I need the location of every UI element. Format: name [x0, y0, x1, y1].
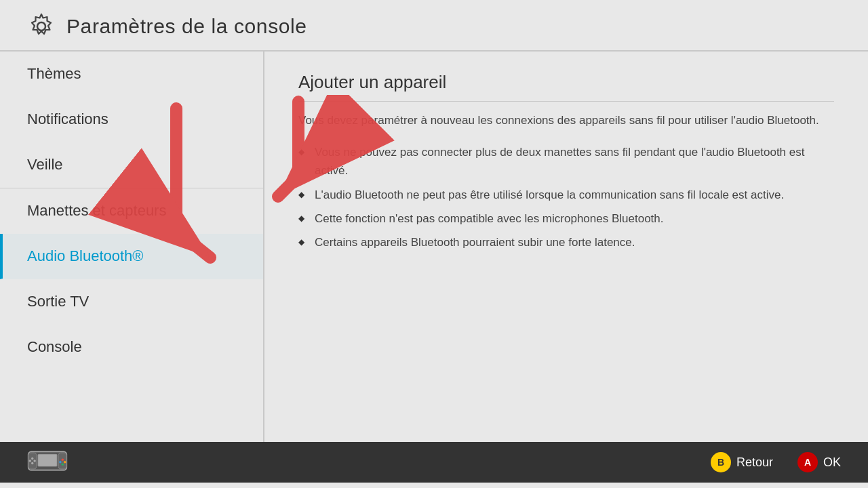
main-layout: Thèmes Notifications Veille Manettes et … [0, 52, 868, 442]
sidebar-item-label: Console [27, 338, 82, 356]
sidebar-item-themes[interactable]: Thèmes [0, 52, 263, 97]
list-item: Vous ne pouvez pas connecter plus de deu… [298, 143, 834, 180]
content-area: Ajouter un appareil Vous devez paramétre… [264, 52, 868, 442]
svg-point-8 [29, 460, 31, 462]
svg-rect-3 [38, 455, 56, 466]
sidebar-item-label: Thèmes [27, 65, 81, 83]
section-description: Vous devez paramétrer à nouveau les conn… [298, 111, 834, 129]
list-item: L'audio Bluetooth ne peut pas être utili… [298, 186, 834, 204]
sidebar: Thèmes Notifications Veille Manettes et … [0, 52, 264, 442]
footer-btn-ok[interactable]: A OK [797, 452, 841, 472]
console-icon [27, 447, 68, 477]
sidebar-item-veille[interactable]: Veille [0, 142, 263, 188]
list-item: Certains appareils Bluetooth pourraient … [298, 233, 834, 251]
svg-point-13 [62, 463, 64, 465]
settings-gear-icon [27, 12, 56, 41]
header: Paramètres de la console [0, 0, 868, 52]
list-item: Cette fonction n'est pas compatible avec… [298, 209, 834, 228]
sidebar-item-label: Audio Bluetooth® [27, 247, 144, 265]
section-title: Ajouter un appareil [298, 72, 834, 102]
svg-point-0 [37, 22, 45, 30]
sidebar-item-sortie-tv[interactable]: Sortie TV [0, 279, 263, 325]
svg-point-7 [31, 462, 33, 464]
sidebar-item-audio-bluetooth[interactable]: Audio Bluetooth® [0, 234, 263, 279]
sidebar-item-manettes[interactable]: Manettes et capteurs [0, 188, 263, 234]
svg-point-9 [33, 460, 35, 462]
svg-point-12 [59, 461, 61, 463]
svg-point-6 [31, 458, 33, 460]
svg-point-10 [62, 459, 64, 461]
sidebar-item-label: Sortie TV [27, 293, 89, 310]
sidebar-item-label: Notifications [27, 110, 108, 128]
footer-ok-label: OK [823, 455, 841, 470]
footer-retour-label: Retour [736, 455, 773, 470]
bullet-list: Vous ne pouvez pas connecter plus de deu… [298, 143, 834, 251]
sidebar-item-label: Manettes et capteurs [27, 202, 166, 220]
a-button-icon: A [797, 452, 818, 472]
sidebar-item-console[interactable]: Console [0, 325, 263, 370]
footer: B Retour A OK [0, 442, 868, 483]
svg-point-11 [64, 461, 66, 463]
sidebar-item-label: Veille [27, 156, 63, 174]
footer-btn-retour[interactable]: B Retour [711, 452, 773, 472]
b-button-icon: B [711, 452, 731, 472]
sidebar-item-notifications[interactable]: Notifications [0, 97, 263, 142]
page-title: Paramètres de la console [66, 15, 307, 38]
